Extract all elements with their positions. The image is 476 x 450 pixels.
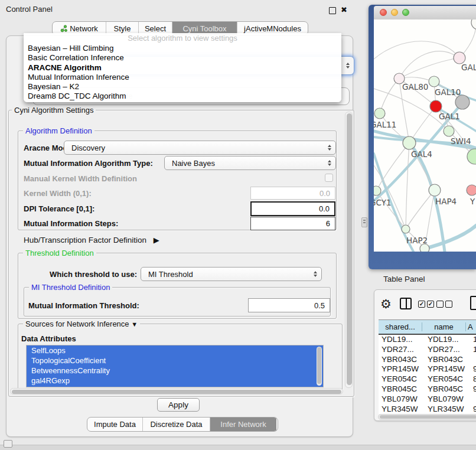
kernel-width-input[interactable]: 0.0	[250, 187, 335, 200]
show-selected-checkboxes-icon[interactable]: ✓✓	[418, 301, 434, 308]
mi-steps-input[interactable]: 6	[250, 217, 335, 230]
network-node-gal[interactable]	[454, 52, 465, 64]
network-node-swi4[interactable]	[444, 126, 454, 136]
which-threshold-label: Which threshold to use:	[50, 270, 137, 279]
table-row[interactable]: YDL19...YDL19...13	[379, 335, 476, 345]
network-node[interactable]	[467, 149, 476, 164]
window-minimize-button[interactable]	[391, 9, 398, 16]
table-row[interactable]: YBR043CYBR043C	[379, 355, 476, 365]
table-row[interactable]: YBR045CYBR045C9.	[379, 384, 476, 394]
table-row[interactable]: YER054CYER054C8.	[379, 374, 476, 384]
table-cell: YDL19...	[379, 335, 425, 345]
aracne-mode-combobox[interactable]: Discovery	[64, 141, 336, 155]
table-cell: YBL079W	[425, 394, 471, 405]
network-node-gcy1[interactable]	[374, 186, 381, 195]
network-node-gal11[interactable]	[374, 108, 385, 119]
tab-discretize-data[interactable]: Discretize Data	[143, 418, 210, 431]
which-threshold-combobox[interactable]: MI Threshold	[141, 267, 322, 281]
dpi-tolerance-input[interactable]: 0.0	[250, 201, 335, 216]
column-header-next[interactable]: A	[466, 322, 476, 331]
table-cell: 8.	[471, 374, 476, 384]
expand-right-icon: ▶	[154, 236, 159, 244]
kernel-width-label: Kernel Width (0,1):	[24, 189, 92, 198]
data-attribute-item[interactable]: TopologicalCoefficient	[27, 356, 323, 366]
mi-steps-label: Mutual Information Steps:	[24, 219, 118, 228]
algorithm-option[interactable]: Mutual Information Inference	[24, 73, 341, 82]
minimized-panel-icon[interactable]	[4, 440, 12, 448]
close-icon[interactable]: ✖	[341, 5, 347, 14]
algorithm-option[interactable]: Bayesian – Hill Climbing	[24, 44, 341, 53]
tab-discretize-data-label: Discretize Data	[150, 420, 202, 429]
gear-icon[interactable]: ⚙	[380, 297, 392, 311]
settings-horizontal-scrollbar[interactable]	[10, 388, 343, 394]
table-panel: ⚙ ✓✓ shared... name A YDL19...YDL19...13…	[374, 289, 476, 421]
which-threshold-value: MI Threshold	[148, 270, 193, 279]
hub-definition-expander[interactable]: Hub/Transcription Factor Definition ▶	[24, 236, 159, 244]
algorithm-option[interactable]: Basic Correlation Inference	[24, 53, 341, 63]
float-icon[interactable]	[329, 7, 336, 14]
algorithm-option[interactable]: Bayesian – K2	[24, 82, 341, 92]
table-cell: 13	[471, 335, 476, 345]
document-icon[interactable]	[470, 296, 476, 310]
table-cell: 12	[471, 345, 476, 355]
table-cell: YBR043C	[379, 355, 425, 365]
node-label: GAL10	[435, 87, 461, 97]
table-horizontal-scrollbar[interactable]	[378, 414, 476, 420]
column-header-name[interactable]: name	[422, 322, 466, 331]
network-node-hap2[interactable]	[402, 225, 410, 233]
mi-type-combobox[interactable]: Naive Bayes	[164, 156, 336, 170]
data-attribute-item[interactable]: SelfLoops	[27, 345, 323, 356]
data-attribute-item[interactable]: gal4RGexp	[27, 376, 323, 386]
data-attributes-list[interactable]: SelfLoopsTopologicalCoefficientBetweenne…	[26, 345, 324, 387]
network-node[interactable]	[420, 244, 429, 252]
control-panel-titlebar: Control Panel ✖	[0, 1, 366, 18]
network-window-titlebar[interactable]	[374, 6, 476, 20]
table-cell: 9.	[471, 384, 476, 394]
column-header-shared-name[interactable]: shared...	[379, 322, 422, 331]
table-row[interactable]: YBL079WYBL079W	[379, 394, 476, 405]
algorithm-option[interactable]: ARACNE Algorithm	[24, 63, 341, 73]
apply-button[interactable]: Apply	[157, 398, 200, 412]
tab-impute-data-label: Impute Data	[94, 420, 136, 429]
tab-infer-network-label: Infer Network	[220, 420, 266, 429]
mi-threshold-value: 0.5	[314, 301, 325, 310]
columns-icon[interactable]	[400, 298, 412, 309]
table-cell: YDR27...	[379, 345, 425, 355]
network-node[interactable]	[471, 19, 476, 30]
control-panel-title: Control Panel	[6, 5, 53, 14]
network-node-gal10[interactable]	[429, 76, 439, 87]
attributes-scrollbar[interactable]	[317, 347, 322, 386]
network-node-hap4[interactable]	[429, 184, 441, 196]
table-panel-title: Table Panel	[383, 275, 425, 283]
hide-selected-checkboxes-icon[interactable]	[436, 301, 452, 308]
kernel-width-value: 0.0	[319, 189, 330, 198]
mi-type-label: Mutual Information Algorithm Type:	[24, 159, 153, 168]
network-node-gal4[interactable]	[403, 136, 416, 149]
table-row[interactable]: YLR345WYLR345W9.	[379, 405, 476, 414]
table-row[interactable]: YPR145WYPR145W9.	[379, 364, 476, 374]
combo-stepper-icon	[346, 63, 350, 69]
node-label: Y	[470, 197, 475, 206]
mi-threshold-input[interactable]: 0.5	[248, 298, 330, 312]
window-zoom-button[interactable]	[402, 9, 409, 16]
panel-splitter-handle[interactable]	[361, 217, 367, 227]
tab-cyni-toolbox-label: Cyni Toolbox	[182, 24, 226, 33]
network-node[interactable]	[455, 95, 470, 109]
apply-button-label: Apply	[168, 400, 188, 409]
data-attribute-item[interactable]: BetweennessCentrality	[27, 366, 323, 376]
network-canvas[interactable]: GALGAL80GAL10GAL1GAL11SWI4GAL4HAP4YGCY1H…	[374, 19, 476, 252]
node-label: HAP4	[435, 197, 457, 206]
table-cell: YLR345W	[425, 405, 471, 414]
mi-threshold-definition-title: MI Threshold Definition	[29, 283, 112, 292]
network-node-y[interactable]	[467, 185, 476, 195]
algorithm-option[interactable]: Dream8 DC_TDC Algorithm	[24, 92, 341, 101]
network-node-gal1[interactable]	[430, 100, 442, 112]
tab-impute-data[interactable]: Impute Data	[87, 418, 143, 431]
sources-group-title[interactable]: Sources for Network Inference ▼	[23, 319, 140, 328]
table-row[interactable]: YDR27...YDR27...12	[379, 345, 476, 355]
window-close-button[interactable]	[380, 9, 387, 16]
network-icon	[60, 25, 67, 32]
manual-kernel-checkbox[interactable]	[325, 174, 333, 182]
settings-vertical-scrollbar[interactable]	[345, 112, 353, 388]
tab-infer-network[interactable]: Infer Network	[210, 418, 276, 431]
